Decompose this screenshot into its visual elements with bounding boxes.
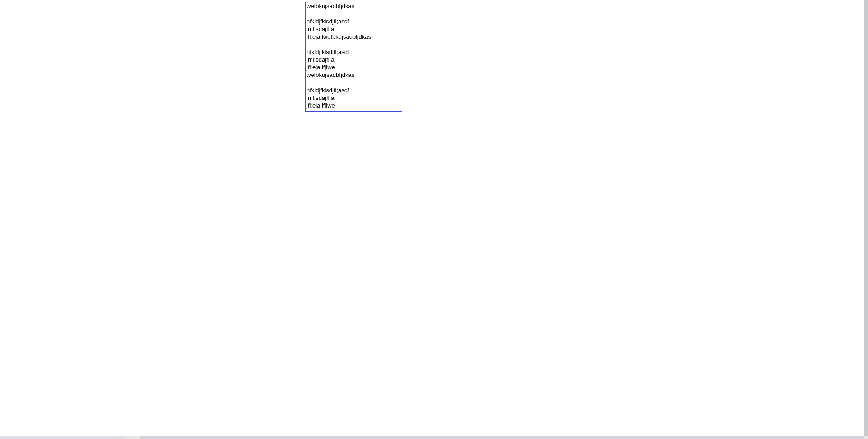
taskbar-segment <box>140 436 864 439</box>
textarea-container <box>305 2 402 112</box>
main-textarea[interactable] <box>305 2 402 112</box>
taskbar-segment <box>0 436 124 439</box>
taskbar <box>0 436 868 439</box>
window-right-edge <box>864 0 868 439</box>
